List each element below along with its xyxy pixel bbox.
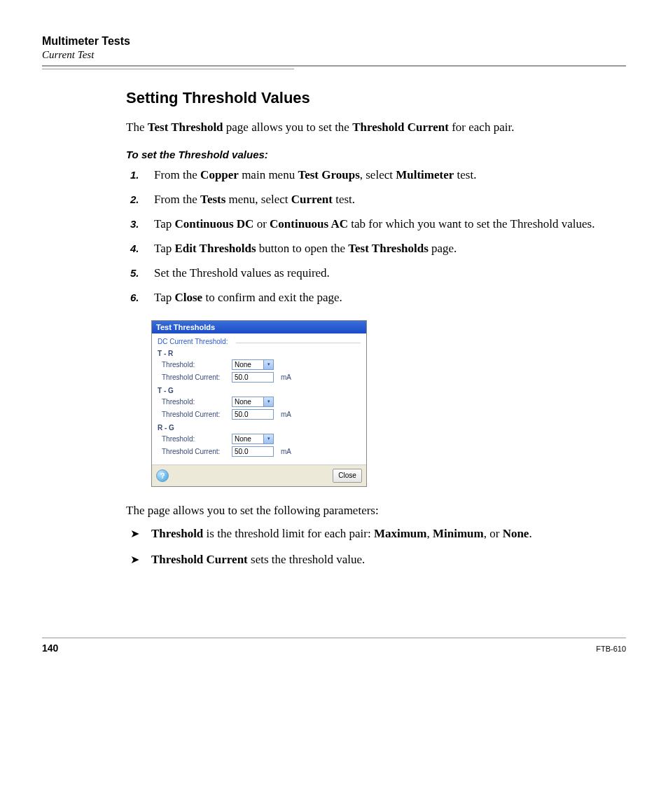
bullets-list: Threshold is the threshold limit for eac… xyxy=(126,526,598,568)
step-5: Set the Threshold values as required. xyxy=(151,266,598,282)
input-threshold-current-rg[interactable]: 50.0 xyxy=(232,446,274,457)
row-threshold-current: Threshold Current: 50.0 mA xyxy=(158,446,361,457)
input-threshold-current-tg[interactable]: 50.0 xyxy=(232,409,274,420)
step-2: From the Tests menu, select Current test… xyxy=(151,192,598,208)
text: button to open the xyxy=(256,242,349,255)
text: The xyxy=(126,121,148,134)
help-icon[interactable]: ? xyxy=(156,469,169,482)
chevron-down-icon: ▾ xyxy=(263,360,273,369)
label-threshold-current: Threshold Current: xyxy=(158,411,232,418)
group-title: T - R xyxy=(158,350,361,357)
text-bold: Threshold xyxy=(151,527,203,540)
text: page. xyxy=(429,242,457,255)
group-t-g: T - G Threshold: None ▾ Threshold Curren… xyxy=(158,387,361,420)
text: to confirm and exit the page. xyxy=(202,291,342,304)
select-value: None xyxy=(235,398,251,406)
input-threshold-current-tr[interactable]: 50.0 xyxy=(232,372,274,383)
text: is the threshold limit for each pair: xyxy=(203,527,374,540)
text-bold: Edit Thresholds xyxy=(175,242,256,255)
label-threshold-current: Threshold Current: xyxy=(158,373,232,381)
text: Tap xyxy=(154,217,175,230)
group-t-r: T - R Threshold: None ▾ Threshold Curren… xyxy=(158,350,361,383)
row-threshold: Threshold: None ▾ xyxy=(158,397,361,407)
unit-label: mA xyxy=(281,448,291,455)
text: Set the Threshold values as required. xyxy=(154,266,330,280)
label-threshold: Threshold: xyxy=(158,398,232,406)
dialog-test-thresholds: Test Thresholds DC Current Threshold: T … xyxy=(151,320,367,487)
text: for each pair. xyxy=(449,121,514,134)
dialog-titlebar: Test Thresholds xyxy=(152,321,366,333)
text-bold: Continuous DC xyxy=(175,217,254,230)
select-threshold-tr[interactable]: None ▾ xyxy=(232,359,274,370)
text: page allows you to set the xyxy=(223,121,353,134)
bullet-threshold-current: Threshold Current sets the threshold val… xyxy=(151,552,598,568)
dialog-footer: ? Close xyxy=(152,465,366,486)
text-bold: Current xyxy=(291,193,333,206)
select-threshold-tg[interactable]: None ▾ xyxy=(232,397,274,407)
text: test. xyxy=(454,168,476,181)
text: or xyxy=(253,217,270,230)
step-1: From the Copper main menu Test Groups, s… xyxy=(151,167,598,184)
text-bold: Threshold Current xyxy=(352,121,449,134)
chevron-down-icon: ▾ xyxy=(263,397,273,406)
row-threshold-current: Threshold Current: 50.0 mA xyxy=(158,372,361,383)
unit-label: mA xyxy=(281,373,291,381)
text-bold: Tests xyxy=(200,193,225,206)
step-4: Tap Edit Thresholds button to open the T… xyxy=(151,241,598,257)
header-chapter: Multimeter Tests xyxy=(42,35,626,48)
row-threshold: Threshold: None ▾ xyxy=(158,434,361,444)
header-rule-short xyxy=(42,69,294,69)
label-threshold: Threshold: xyxy=(158,361,232,369)
procedure-title: To set the Threshold values: xyxy=(126,149,598,160)
text: test. xyxy=(333,193,355,206)
text: From the xyxy=(154,168,200,181)
text-bold: Copper xyxy=(200,168,239,181)
text: Tap xyxy=(154,291,175,304)
text-bold: Continuous AC xyxy=(270,217,348,230)
close-button[interactable]: Close xyxy=(333,469,362,483)
fieldset-legend: DC Current Threshold: xyxy=(158,338,361,345)
group-title: T - G xyxy=(158,387,361,394)
text-bold: Close xyxy=(175,291,203,304)
text: main menu xyxy=(239,168,298,181)
page-number: 140 xyxy=(42,642,58,654)
text: , xyxy=(426,527,433,540)
intro-paragraph: The Test Threshold page allows you to se… xyxy=(126,120,598,136)
text-bold: None xyxy=(503,527,529,540)
chevron-down-icon: ▾ xyxy=(263,434,273,443)
doc-id: FTB-610 xyxy=(596,645,626,653)
select-value: None xyxy=(235,435,251,443)
dialog-body: DC Current Threshold: T - R Threshold: N… xyxy=(152,333,366,465)
step-3: Tap Continuous DC or Continuous AC tab f… xyxy=(151,216,598,233)
text-bold: Test Threshold xyxy=(148,121,223,134)
content-region: Setting Threshold Values The Test Thresh… xyxy=(126,89,598,567)
text-bold: Test Groups xyxy=(298,168,359,181)
row-threshold-current: Threshold Current: 50.0 mA xyxy=(158,409,361,420)
header-rule xyxy=(42,65,626,67)
group-title: R - G xyxy=(158,424,361,432)
text-bold: Threshold Current xyxy=(151,553,248,566)
after-paragraph: The page allows you to set the following… xyxy=(126,504,598,518)
group-r-g: R - G Threshold: None ▾ Threshold Curren… xyxy=(158,424,361,457)
text: Tap xyxy=(154,242,175,255)
steps-list: From the Copper main menu Test Groups, s… xyxy=(126,167,598,306)
select-threshold-rg[interactable]: None ▾ xyxy=(232,434,274,444)
text: sets the threshold value. xyxy=(248,553,366,566)
page-title: Setting Threshold Values xyxy=(126,89,598,107)
step-6: Tap Close to confirm and exit the page. xyxy=(151,290,598,306)
bullet-threshold: Threshold is the threshold limit for eac… xyxy=(151,526,598,542)
label-threshold-current: Threshold Current: xyxy=(158,448,232,455)
text: , or xyxy=(484,527,503,540)
unit-label: mA xyxy=(281,411,291,418)
label-threshold: Threshold: xyxy=(158,435,232,443)
text: From the xyxy=(154,193,200,206)
text: menu, select xyxy=(225,193,291,206)
text: . xyxy=(529,527,531,540)
text-bold: Minimum xyxy=(433,527,484,540)
text-bold: Test Thresholds xyxy=(348,242,428,255)
text-bold: Maximum xyxy=(374,527,427,540)
header-section: Current Test xyxy=(42,49,626,61)
text: tab for which you want to set the Thresh… xyxy=(348,217,594,230)
page-footer: 140 FTB-610 xyxy=(42,638,626,654)
text: , select xyxy=(360,168,396,181)
